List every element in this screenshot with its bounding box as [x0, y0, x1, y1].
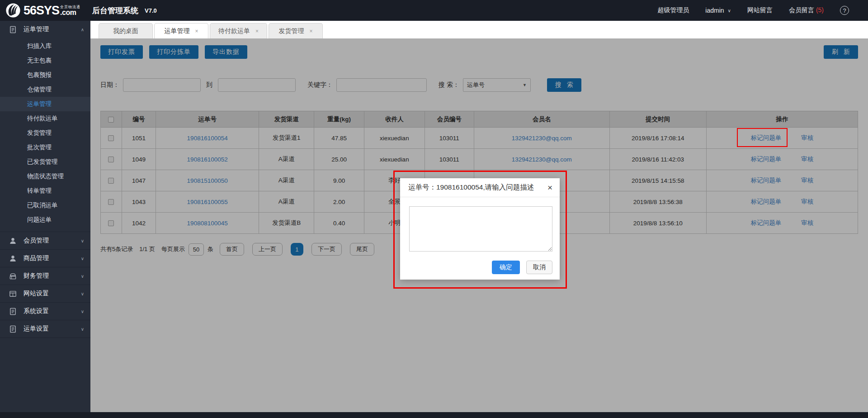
member-message-count: (5) [816, 6, 824, 14]
dialog-title: 运单号：190816100054,请输入问题描述 [408, 183, 534, 192]
sidebar-item-logistics-status[interactable]: 物流状态管理 [0, 169, 90, 184]
chevron-down-icon: ∨ [81, 274, 84, 279]
chevron-down-icon: ∨ [81, 291, 84, 296]
tab-bar: 我的桌面 运单管理 × 待付款运单 × 发货管理 × [90, 21, 868, 38]
app-version: V7.0 [145, 7, 157, 14]
person-icon [9, 237, 17, 245]
user-role-label: 超级管理员 [657, 6, 689, 14]
tab-waybill-mgmt[interactable]: 运单管理 × [154, 23, 208, 38]
sidebar-section-system-settings[interactable]: 系统设置 ∨ [0, 303, 90, 320]
close-icon[interactable]: × [255, 28, 259, 34]
sidebar-section-site-settings[interactable]: 网站设置 ∨ [0, 285, 90, 302]
sidebar-item-scan-inbound[interactable]: 扫描入库 [0, 39, 90, 53]
sidebar-item-batch-mgmt[interactable]: 批次管理 [0, 140, 90, 155]
help-icon[interactable]: ? [840, 6, 849, 15]
bottom-strip [0, 412, 868, 418]
tab-pending-payment[interactable]: 待付款运单 × [210, 23, 267, 38]
brand-logo-group: 56SYS 全景物流通 .com [5, 3, 80, 18]
sidebar-item-problem-waybill[interactable]: 问题运单 [0, 213, 90, 227]
sidebar-item-transfer-mgmt[interactable]: 转单管理 [0, 184, 90, 198]
browser-window-icon [9, 290, 17, 298]
chevron-up-icon: ∧ [81, 27, 84, 32]
site-messages-link[interactable]: 网站留言 [747, 6, 773, 14]
cancel-button[interactable]: 取消 [526, 261, 552, 274]
sidebar-item-unclaimed-parcel[interactable]: 无主包裹 [0, 53, 90, 68]
chevron-down-icon: ∨ [81, 309, 84, 314]
sidebar-section-member-mgmt[interactable]: 会员管理 ∨ [0, 232, 90, 249]
doc-icon [9, 325, 17, 333]
doc-icon [9, 308, 17, 315]
sidebar-item-waybill-mgmt[interactable]: 运单管理 [0, 97, 90, 111]
person-icon [9, 255, 17, 262]
member-messages-link[interactable]: 会员留言(5) [789, 6, 824, 14]
app-title: 后台管理系统 [92, 5, 138, 16]
sidebar-item-shipping-mgmt[interactable]: 发货管理 [0, 126, 90, 140]
problem-description-dialog: 运单号：190816100054,请输入问题描述 × 确定 取消 [400, 178, 560, 280]
close-icon[interactable]: × [195, 28, 198, 34]
sidebar-item-shipped-mgmt[interactable]: 已发货管理 [0, 155, 90, 169]
brand-tld: .com [60, 9, 80, 16]
sidebar-section-product-mgmt[interactable]: 商品管理 ∨ [0, 250, 90, 267]
sidebar-section-finance-mgmt[interactable]: 财务管理 ∨ [0, 267, 90, 285]
top-bar: 56SYS 全景物流通 .com 后台管理系统 V7.0 超级管理员 iadmi… [0, 0, 868, 21]
red-annotation-modal: 运单号：190816100054,请输入问题描述 × 确定 取消 [393, 171, 567, 289]
tab-my-desktop[interactable]: 我的桌面 [99, 23, 153, 38]
sidebar-item-cancelled-waybill[interactable]: 已取消运单 [0, 198, 90, 213]
brand-name: 56SYS [24, 4, 59, 18]
sidebar-item-pending-payment[interactable]: 待付款运单 [0, 111, 90, 126]
sidebar-section-waybill-mgmt[interactable]: 运单管理 ∧ [0, 21, 90, 38]
chevron-down-icon: ∨ [81, 238, 84, 243]
brand-swoosh-icon [5, 3, 21, 18]
close-icon[interactable]: × [310, 28, 313, 34]
chevron-down-icon: ∨ [81, 327, 84, 332]
cashbox-icon [9, 272, 17, 280]
waybill-doc-icon [9, 26, 17, 33]
sidebar-item-parcel-forecast[interactable]: 包裹预报 [0, 68, 90, 82]
confirm-button[interactable]: 确定 [492, 261, 520, 274]
chevron-down-icon: ∨ [81, 256, 84, 261]
close-icon[interactable]: × [547, 183, 552, 192]
problem-description-textarea[interactable] [409, 206, 552, 252]
user-menu[interactable]: iadmin ∨ [705, 7, 731, 14]
chevron-down-icon: ∨ [728, 8, 731, 13]
username: iadmin [705, 7, 724, 14]
sidebar: 运单管理 ∧ 扫描入库 无主包裹 包裹预报 仓储管理 运单管理 待付款运单 发货… [0, 21, 90, 412]
sidebar-section-waybill-settings[interactable]: 运单设置 ∨ [0, 320, 90, 337]
tab-shipping-mgmt[interactable]: 发货管理 × [269, 23, 323, 38]
sidebar-item-warehouse-mgmt[interactable]: 仓储管理 [0, 82, 90, 97]
